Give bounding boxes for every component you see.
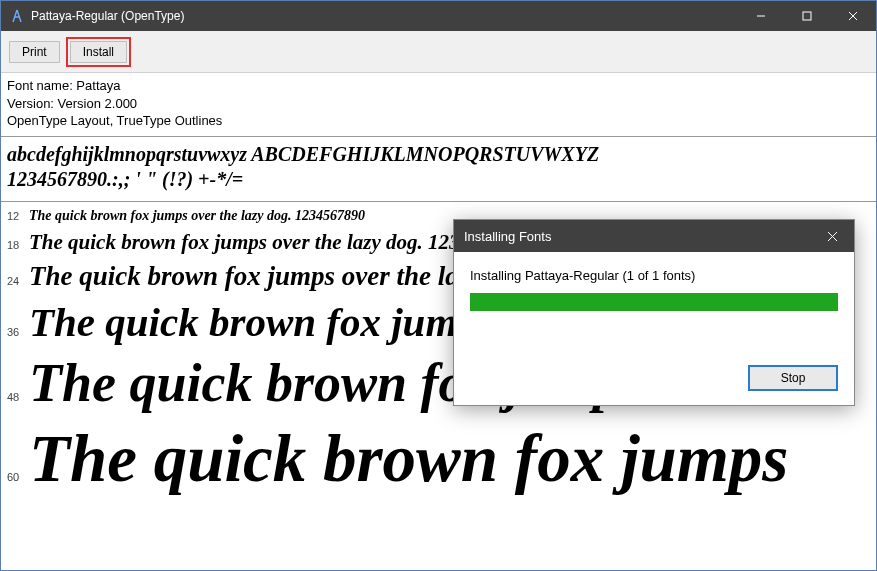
toolbar: Print Install xyxy=(1,31,876,73)
window-titlebar: Pattaya-Regular (OpenType) xyxy=(1,1,876,31)
progress-bar xyxy=(470,293,838,311)
dialog-message: Installing Pattaya-Regular (1 of 1 fonts… xyxy=(470,268,838,283)
app-icon xyxy=(9,8,25,24)
size-label: 60 xyxy=(7,471,29,483)
maximize-button[interactable] xyxy=(784,1,830,31)
print-button[interactable]: Print xyxy=(9,41,60,63)
minimize-button[interactable] xyxy=(738,1,784,31)
stop-button[interactable]: Stop xyxy=(748,365,838,391)
alphabet-line: abcdefghijklmnopqrstuvwxyz ABCDEFGHIJKLM… xyxy=(7,143,870,166)
install-button-highlight: Install xyxy=(66,37,131,67)
progress-fill xyxy=(470,293,838,311)
sample-text: The quick brown fox jumps over the lazy … xyxy=(29,208,365,224)
size-label: 18 xyxy=(7,239,29,251)
font-version-line: Version: Version 2.000 xyxy=(7,95,870,113)
installing-fonts-dialog: Installing Fonts Installing Pattaya-Regu… xyxy=(453,219,855,406)
dialog-body: Installing Pattaya-Regular (1 of 1 fonts… xyxy=(454,252,854,405)
svg-rect-1 xyxy=(803,12,811,20)
size-label: 48 xyxy=(7,391,29,403)
window-title: Pattaya-Regular (OpenType) xyxy=(31,9,738,23)
close-button[interactable] xyxy=(830,1,876,31)
symbols-line: 1234567890.:,; ' " (!?) +-*/= xyxy=(7,168,870,191)
size-label: 24 xyxy=(7,275,29,287)
install-button[interactable]: Install xyxy=(70,41,127,63)
sample-text: The quick brown fox jumps xyxy=(29,420,788,497)
window-controls xyxy=(738,1,876,31)
sample-row-60: 60 The quick brown fox jumps xyxy=(1,418,876,499)
size-label: 12 xyxy=(7,210,29,222)
dialog-title: Installing Fonts xyxy=(464,229,551,244)
size-label: 36 xyxy=(7,326,29,338)
dialog-titlebar: Installing Fonts xyxy=(454,220,854,252)
font-name-line: Font name: Pattaya xyxy=(7,77,870,95)
font-tech-line: OpenType Layout, TrueType Outlines xyxy=(7,112,870,130)
dialog-close-button[interactable] xyxy=(810,220,854,252)
font-meta: Font name: Pattaya Version: Version 2.00… xyxy=(1,73,876,137)
specimen-glyphs: abcdefghijklmnopqrstuvwxyz ABCDEFGHIJKLM… xyxy=(1,137,876,202)
